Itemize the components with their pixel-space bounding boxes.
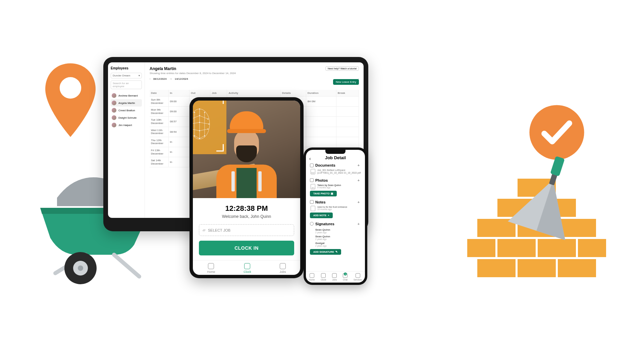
employee-list-item[interactable]: Jim Halpert	[111, 121, 142, 129]
phone-nav-home[interactable]: Home	[309, 273, 315, 281]
add-signature-plus-button[interactable]: +	[356, 222, 361, 226]
note-row[interactable]: need to fix the front entrance 10 months…	[310, 206, 361, 211]
home-icon	[310, 273, 314, 278]
add-note-button[interactable]: ADD NOTE +	[310, 213, 333, 218]
scan-corner-icon	[216, 144, 224, 152]
cell-date: Fri 13thDecember	[150, 147, 168, 157]
phone-nav-chat[interactable]: 1Chat	[343, 273, 347, 281]
phone-body: Documents + PDF Job_001 Belfast LoftSpac…	[306, 163, 365, 271]
nav-label: Jobs	[332, 279, 337, 281]
tablet-nav-jobs[interactable]: Jobs	[280, 263, 286, 274]
jobs-icon	[332, 273, 337, 278]
cell-break	[336, 97, 359, 107]
date-range: ‹ 08/12/2024 → 14/12/2024 ›	[150, 77, 359, 80]
tablet-body: 12:28:38 PM Welcome back, John Quinn ▱ S…	[193, 198, 300, 260]
avatar	[112, 101, 116, 105]
column-header: Duration	[306, 90, 336, 97]
team-select[interactable]: Dunder Dream ▾	[111, 73, 142, 78]
help-button[interactable]: Need help? Watch a tutorial	[325, 66, 359, 71]
chevron-down-icon: ▾	[139, 74, 140, 77]
signature-timestamp: 2 years ago	[315, 231, 361, 234]
employee-list-item[interactable]: Dwight Schrute	[111, 114, 142, 121]
svg-point-34	[208, 129, 209, 130]
notes-label: Notes	[315, 200, 326, 204]
cell-in: 09:00	[168, 107, 189, 117]
cell-in: In	[168, 157, 189, 167]
tablet-nav-home[interactable]: Home	[207, 263, 215, 274]
shirt	[236, 168, 257, 198]
cell-in: 09:00	[168, 97, 189, 107]
tablet-nav-clock[interactable]: Clock	[244, 263, 251, 274]
avatar	[112, 123, 116, 127]
signature-timestamp: 2 years ago	[315, 245, 361, 247]
cell-in: In	[168, 147, 189, 157]
signature-row[interactable]: Godgal2 years ago	[310, 241, 361, 248]
svg-rect-10	[466, 238, 496, 258]
prev-week-button[interactable]: ‹	[150, 77, 151, 80]
services-icon	[356, 273, 360, 278]
document-row[interactable]: PDF Job_001 Belfast LoftSpace (LOFT001)_…	[310, 169, 361, 175]
column-header: Activity	[227, 90, 280, 97]
worker-beard	[236, 145, 257, 162]
photo-row[interactable]: JPG Taken by Sean Quinn 9 months ago	[310, 184, 361, 189]
svg-rect-8	[517, 258, 557, 278]
note-item-icon	[311, 206, 315, 211]
date-to[interactable]: 14/12/2024	[175, 77, 188, 80]
employee-list-item[interactable]: Angela Martin	[111, 99, 142, 107]
svg-point-23	[199, 109, 200, 110]
phone-nav-services[interactable]: Services	[354, 273, 362, 281]
signature-timestamp: 2 years ago	[315, 238, 361, 240]
column-header: Job	[210, 90, 227, 97]
cell-break	[336, 107, 359, 117]
photos-section: Photos + JPG Taken by Sean Quinn 9 month…	[310, 178, 361, 196]
date-from[interactable]: 08/12/2024	[153, 77, 167, 80]
column-header: Details	[280, 90, 306, 97]
add-photo-button[interactable]: +	[356, 178, 361, 183]
nav-label: Clock	[244, 270, 251, 274]
tablet-nav: HomeClockJobs	[193, 260, 300, 275]
employee-name: Angela Martin	[150, 66, 236, 71]
signature-row[interactable]: Sean Quinn2 years ago	[310, 228, 361, 234]
back-button[interactable]: ‹	[309, 156, 311, 161]
svg-point-37	[204, 135, 205, 136]
employee-item-name: Dwight Schrute	[118, 116, 137, 119]
clock-in-button[interactable]: CLOCK IN	[199, 241, 294, 255]
notes-section: Notes + need to fix the front entrance 1…	[310, 200, 361, 218]
phone-nav-clock[interactable]: Clock	[321, 273, 326, 281]
document-filename: Job_001 Belfast LoftSpace (LOFT001)_01_1…	[317, 169, 361, 175]
employee-list-item[interactable]: Andrew Bernard	[111, 92, 142, 99]
employee-list-item[interactable]: Creed Bratton	[111, 107, 142, 114]
svg-point-0	[60, 77, 81, 99]
svg-point-36	[199, 138, 200, 139]
phone-notch	[325, 150, 345, 154]
phone-nav-jobs[interactable]: Jobs	[332, 273, 337, 281]
add-signature-button[interactable]: ADD SIGNATURE ✎	[310, 249, 341, 255]
team-select-label: Dunder Dream	[113, 74, 130, 77]
avatar	[112, 93, 116, 98]
cell-in: 08:54	[168, 127, 189, 137]
sidebar-title: Employees	[111, 66, 142, 70]
select-job-button[interactable]: ▱ SELECT JOB	[199, 224, 294, 236]
sidebar: Employees Dunder Dream ▾ Search for an e…	[108, 62, 145, 218]
cell-date: Mon 9thDecember	[150, 107, 168, 117]
documents-label: Documents	[315, 163, 335, 167]
signature-row[interactable]: Sean Quinn2 years ago	[310, 234, 361, 241]
signatures-label: Signatures	[315, 222, 334, 226]
location-pin-icon	[40, 60, 101, 144]
add-document-button[interactable]: +	[356, 163, 361, 168]
page-title: Job Detail	[325, 155, 346, 160]
cell-in: 08:57	[168, 117, 189, 127]
clock-time: 12:28:38 PM	[199, 204, 294, 213]
new-leave-button[interactable]: New Leave Entry	[333, 79, 359, 85]
cell-duration: 8H 0M	[306, 97, 336, 107]
phone-device: ‹ Job Detail Documents + PDF Job_001 Bel…	[304, 147, 367, 285]
nav-label: Services	[354, 279, 362, 281]
note-icon	[310, 200, 314, 204]
signatures-section: Signatures + Sean Quinn2 years agoSean Q…	[310, 222, 361, 255]
add-note-plus-button[interactable]: +	[356, 200, 361, 204]
cell-date: Tue 10thDecember	[150, 117, 168, 127]
bricks-trowel-icon	[466, 147, 614, 295]
take-photo-button[interactable]: TAKE PHOTO ▣	[310, 191, 337, 196]
camera-icon	[310, 178, 314, 182]
search-input[interactable]: Search for an employee	[111, 80, 142, 89]
